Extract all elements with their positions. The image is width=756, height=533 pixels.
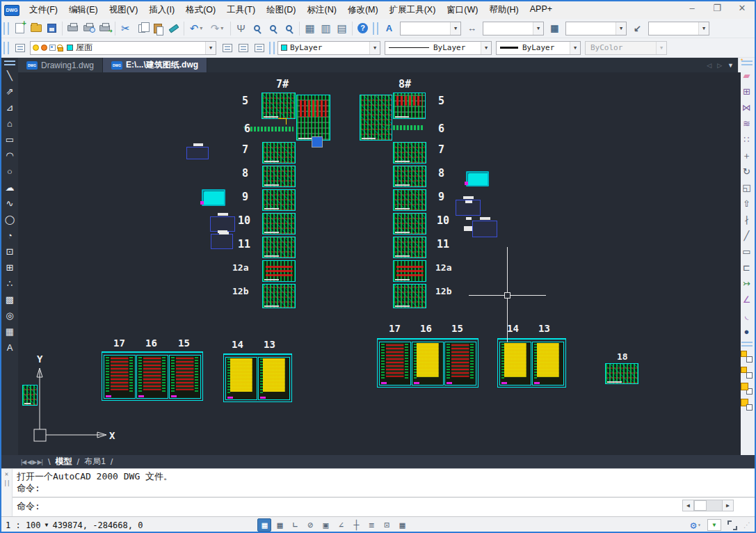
close-button[interactable]: ✕ bbox=[735, 3, 749, 13]
layer-properties-manager-icon[interactable] bbox=[12, 40, 28, 56]
figure-label[interactable]: 14 bbox=[232, 339, 243, 350]
figure-label[interactable]: 8 bbox=[242, 167, 248, 180]
circle-tool-icon[interactable]: ○ bbox=[3, 164, 17, 179]
lineweight-combo[interactable]: ByLayer ▼ bbox=[496, 41, 581, 55]
layer-combo[interactable]: 屋面 ▼ bbox=[30, 41, 216, 55]
mirror-tool-icon[interactable]: ⋈ bbox=[739, 100, 754, 115]
mleader-style-combo-arrow[interactable]: ▼ bbox=[698, 22, 709, 35]
layout-tab-布局1[interactable]: 布局1 bbox=[82, 456, 108, 468]
menu-item-2[interactable]: 视图(V) bbox=[104, 2, 144, 18]
redo-icon[interactable]: ↷▾ bbox=[207, 20, 228, 36]
figure-label[interactable]: 8 bbox=[438, 167, 444, 180]
send-to-back-tool-icon[interactable] bbox=[739, 365, 754, 380]
drawing-canvas[interactable]: 7#8#56789101112a12b56789101112a12b171615… bbox=[18, 72, 741, 455]
chamfer-tool-icon[interactable]: ∠ bbox=[739, 292, 754, 307]
table-style-icon[interactable]: ▦ bbox=[547, 20, 563, 36]
save-icon[interactable] bbox=[44, 20, 60, 36]
elevation-sheet[interactable] bbox=[225, 357, 257, 400]
block-outline[interactable] bbox=[210, 216, 235, 232]
figure-label[interactable]: 9 bbox=[438, 191, 444, 203]
plan-thumbnail[interactable] bbox=[262, 189, 296, 211]
elevation-group[interactable] bbox=[497, 338, 566, 388]
elevation-sheet[interactable] bbox=[169, 355, 201, 399]
figure-label[interactable]: 6 bbox=[438, 122, 444, 135]
figure-label[interactable]: 8# bbox=[399, 78, 411, 90]
hatch-tool-icon[interactable]: ▩ bbox=[3, 292, 17, 307]
command-line-window[interactable]: ✕ || 打开一个AutoCAD 2000 DWG 文件。 命令: 命令: ◀ … bbox=[1, 468, 755, 516]
tab-scroll-right-icon[interactable]: ▷ bbox=[717, 62, 722, 69]
plan-thumbnail[interactable] bbox=[393, 93, 426, 119]
settings-gear-icon[interactable]: ⚙▾ bbox=[689, 518, 703, 532]
create-block-tool-icon[interactable]: ⊞ bbox=[3, 260, 17, 275]
layout-nav-arrows[interactable]: |◀ ◀ ▶ ▶| bbox=[21, 459, 42, 466]
figure-label[interactable]: 12b bbox=[435, 286, 451, 296]
dynamic-ucs-toggle[interactable]: ▦ bbox=[395, 518, 409, 532]
plan-thumbnail[interactable] bbox=[262, 213, 296, 234]
plan-thumbnail[interactable] bbox=[262, 166, 296, 187]
elevation-group[interactable] bbox=[377, 338, 478, 388]
command-grip-icon[interactable]: || bbox=[3, 479, 10, 486]
table-style-combo[interactable]: ▼ bbox=[565, 22, 627, 35]
plot-icon[interactable] bbox=[65, 20, 81, 36]
menu-item-7[interactable]: 标注(N) bbox=[302, 2, 342, 18]
join-tool-icon[interactable]: ↣ bbox=[739, 276, 754, 291]
make-object-layer-current-icon[interactable] bbox=[219, 40, 235, 56]
table-style-combo-arrow[interactable]: ▼ bbox=[616, 22, 626, 35]
zoom-realtime-icon[interactable] bbox=[249, 20, 265, 36]
scale-tool-icon[interactable]: ◱ bbox=[739, 180, 754, 195]
polar-tracking-toggle[interactable]: ⊘ bbox=[303, 518, 317, 532]
figure-label[interactable]: 7# bbox=[276, 78, 289, 90]
figure-label[interactable]: 13 bbox=[538, 323, 550, 334]
layer-states-manager-icon[interactable] bbox=[251, 40, 267, 56]
linetype-combo-arrow[interactable]: ▼ bbox=[481, 42, 491, 54]
zoom-previous-icon[interactable] bbox=[281, 20, 297, 36]
color-combo-arrow[interactable]: ▼ bbox=[369, 42, 380, 54]
lineweight-combo-arrow[interactable]: ▼ bbox=[570, 42, 580, 54]
elevation-sheet[interactable] bbox=[412, 342, 444, 385]
plan-thumbnail[interactable] bbox=[262, 93, 296, 119]
array-tool-icon[interactable]: ∷ bbox=[739, 132, 754, 147]
tool-palettes-icon[interactable]: ▤ bbox=[334, 20, 350, 36]
erase-tool-icon[interactable]: ▰ bbox=[739, 68, 754, 83]
region-tool-icon[interactable]: ◎ bbox=[3, 308, 17, 323]
restore-button[interactable]: ❐ bbox=[710, 3, 724, 13]
snap-mode-toggle[interactable]: ▦ bbox=[273, 518, 287, 532]
undo-icon[interactable]: ↶▾ bbox=[186, 20, 207, 36]
mleader-style-icon[interactable]: ↙ bbox=[629, 20, 645, 36]
figure-label[interactable]: 18 bbox=[617, 351, 628, 362]
fullscreen-icon[interactable] bbox=[725, 518, 739, 532]
arc-tool-icon[interactable]: ◠ bbox=[3, 148, 17, 163]
highlighted-block[interactable] bbox=[466, 171, 489, 186]
figure-label[interactable]: 5 bbox=[438, 95, 444, 107]
plan-thumbnail[interactable] bbox=[393, 284, 426, 308]
elevation-group[interactable] bbox=[223, 353, 292, 402]
plan-thumbnail[interactable] bbox=[262, 260, 296, 282]
figure-label[interactable]: 7 bbox=[438, 143, 444, 156]
menu-item-4[interactable]: 格式(O) bbox=[180, 2, 221, 18]
figure-label[interactable]: 12a bbox=[232, 262, 248, 273]
mleader-style-combo[interactable]: ▼ bbox=[648, 22, 709, 35]
figure-label[interactable]: 12b bbox=[232, 286, 248, 296]
menu-item-1[interactable]: 编辑(E) bbox=[63, 2, 104, 18]
plan-thumbnail[interactable] bbox=[393, 142, 426, 164]
plan-thumbnail[interactable] bbox=[262, 284, 296, 308]
text-style-combo-arrow[interactable]: ▼ bbox=[450, 22, 460, 35]
bring-above-objects-tool-icon[interactable] bbox=[739, 381, 754, 396]
dim-style-combo-arrow[interactable]: ▼ bbox=[533, 22, 543, 35]
annotation-text[interactable] bbox=[393, 125, 424, 130]
figure-label[interactable]: 11 bbox=[238, 238, 250, 250]
scrollbar-track[interactable] bbox=[694, 500, 722, 511]
figure-label[interactable]: 6 bbox=[244, 122, 250, 135]
elevation-group[interactable] bbox=[102, 351, 203, 401]
table-tool-icon[interactable]: ▦ bbox=[3, 324, 17, 339]
plan-thumbnail[interactable] bbox=[393, 189, 426, 211]
block-outline[interactable] bbox=[472, 221, 497, 237]
lineweight-display-toggle[interactable]: ≡ bbox=[364, 518, 378, 532]
bring-to-front-tool-icon[interactable] bbox=[739, 349, 754, 364]
plan-thumbnail[interactable] bbox=[393, 166, 426, 187]
object-snap-tracking-toggle[interactable]: ∠ bbox=[334, 518, 348, 532]
match-properties-icon[interactable] bbox=[166, 20, 182, 36]
selection-grip[interactable] bbox=[312, 136, 323, 148]
send-under-objects-tool-icon[interactable] bbox=[739, 397, 754, 412]
document-tab-0[interactable]: DWGDrawing1.dwg bbox=[18, 58, 103, 72]
